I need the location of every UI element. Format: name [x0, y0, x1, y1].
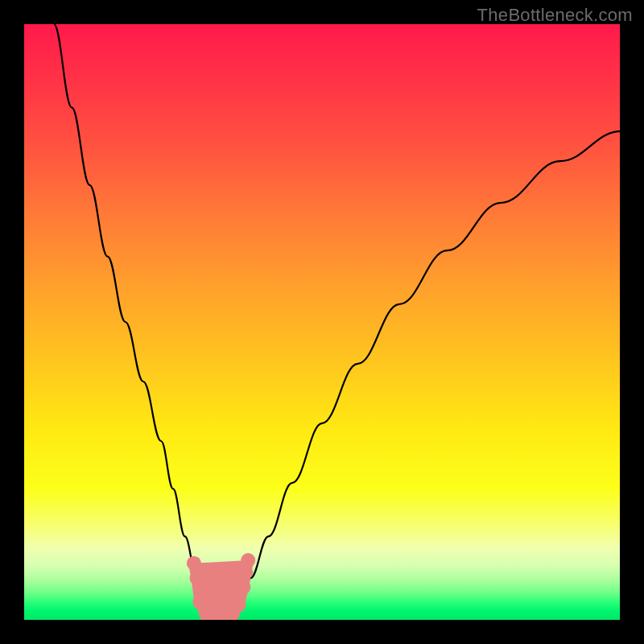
watermark-text: TheBottleneck.com: [477, 5, 633, 26]
marker-dot: [238, 565, 253, 580]
marker-dot: [190, 571, 204, 585]
plot-area: [24, 24, 620, 620]
curves-svg: [24, 24, 620, 620]
marker-dot: [236, 580, 250, 594]
marker-dot: [231, 598, 246, 613]
marker-dot: [187, 556, 201, 571]
left-curve: [54, 24, 208, 620]
chart-frame: TheBottleneck.com: [0, 0, 644, 644]
marker-dot: [241, 553, 255, 568]
right-curve: [233, 131, 620, 620]
